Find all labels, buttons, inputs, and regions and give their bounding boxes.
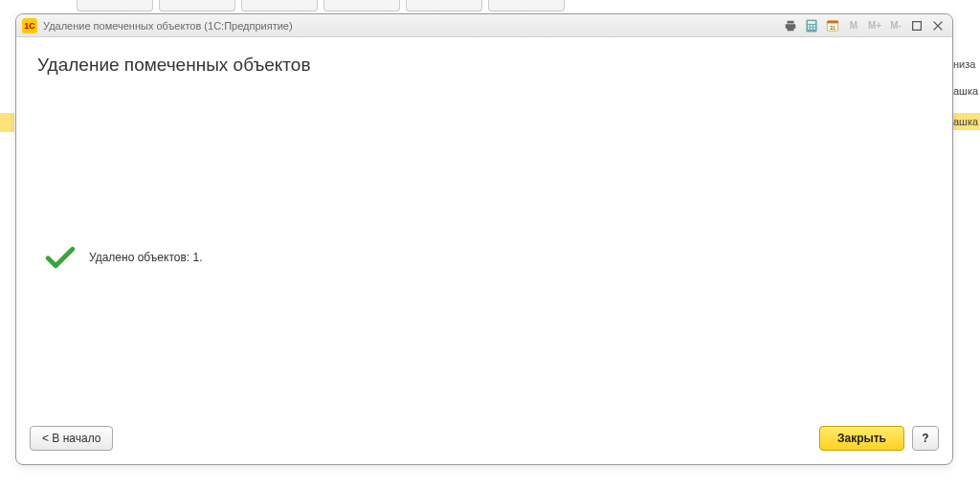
svg-text:31: 31 <box>830 24 835 30</box>
titlebar-buttons: 31 M M+ M- <box>782 17 947 34</box>
bg-side-text: ашка <box>953 113 980 130</box>
background-tab <box>323 0 400 11</box>
footer: < В начало Закрыть ? <box>16 416 952 464</box>
background-side-panel: низа ашка ашка <box>953 0 980 489</box>
help-button[interactable]: ? <box>912 426 939 451</box>
page-title: Удаление помеченных объектов <box>37 55 931 76</box>
svg-rect-5 <box>808 27 810 29</box>
background-tab <box>159 0 235 11</box>
svg-rect-2 <box>808 25 810 27</box>
app-1c-icon: 1C <box>22 18 37 33</box>
svg-rect-9 <box>827 20 837 23</box>
titlebar: 1C Удаление помеченных объектов (1С:Пред… <box>16 14 952 37</box>
memory-m-button[interactable]: M <box>845 17 862 34</box>
background-tab <box>241 0 318 11</box>
calendar-icon[interactable]: 31 <box>824 17 841 34</box>
svg-rect-3 <box>811 25 813 27</box>
calculator-icon[interactable] <box>803 17 820 34</box>
window-title: Удаление помеченных объектов (1С:Предпри… <box>43 20 293 32</box>
maximize-icon[interactable] <box>908 17 925 34</box>
background-tab <box>488 0 565 11</box>
success-check-icon <box>45 246 76 269</box>
status-text: Удалено объектов: 1. <box>89 251 202 264</box>
close-button[interactable]: Закрыть <box>819 426 904 451</box>
back-button[interactable]: < В начало <box>30 426 113 451</box>
memory-m-minus-button[interactable]: M- <box>887 17 904 34</box>
bg-side-text: низа <box>953 56 980 73</box>
svg-rect-1 <box>808 21 815 24</box>
background-tab <box>77 0 153 11</box>
background-tab <box>406 0 482 11</box>
svg-rect-6 <box>811 27 813 29</box>
bg-side-text: ашка <box>953 82 980 100</box>
close-icon[interactable] <box>929 17 947 34</box>
content-area: Удаление помеченных объектов Удалено объ… <box>16 37 952 416</box>
status-row: Удалено объектов: 1. <box>45 246 202 269</box>
print-icon[interactable] <box>782 17 799 34</box>
memory-m-plus-button[interactable]: M+ <box>866 17 883 34</box>
svg-rect-7 <box>813 27 815 29</box>
svg-rect-4 <box>813 25 815 27</box>
svg-rect-11 <box>913 21 922 30</box>
background-tabs <box>0 0 980 13</box>
dialog-window: 1C Удаление помеченных объектов (1С:Пред… <box>15 13 953 465</box>
background-highlight <box>0 113 14 132</box>
